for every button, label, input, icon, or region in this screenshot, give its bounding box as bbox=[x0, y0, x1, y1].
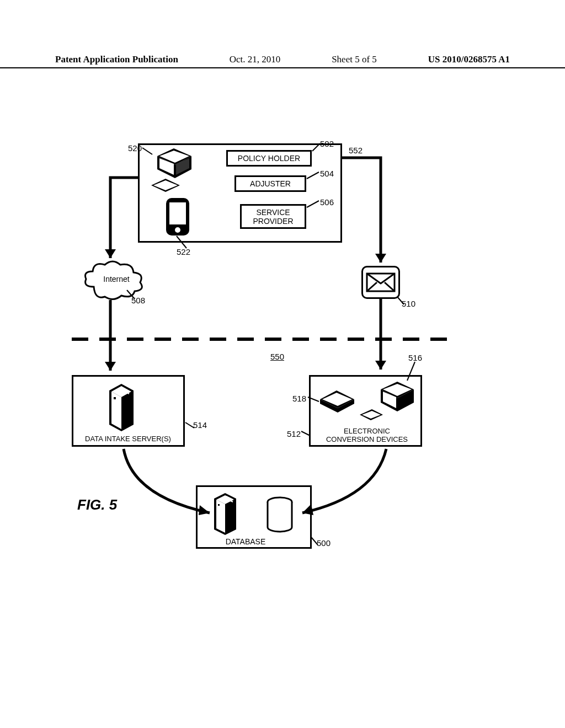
scanner-icon bbox=[318, 388, 356, 413]
leader-506 bbox=[307, 201, 320, 208]
ref-504: 504 bbox=[320, 169, 334, 178]
data-intake-server-label: DATA INTAKE SERVER(S) bbox=[73, 435, 183, 443]
ref-518: 518 bbox=[292, 394, 306, 403]
svg-line-46 bbox=[407, 362, 415, 381]
leader-512 bbox=[301, 431, 311, 438]
envelope-icon bbox=[366, 272, 396, 292]
svg-line-47 bbox=[308, 397, 319, 402]
monitor2-icon bbox=[375, 379, 417, 413]
policy-holder-label: POLICY HOLDER bbox=[238, 154, 300, 163]
figure-diagram: POLICY HOLDER ADJUSTER SERVICE PROVIDER … bbox=[99, 143, 463, 563]
leader-500 bbox=[311, 537, 320, 546]
leader-514 bbox=[185, 422, 195, 430]
conversion-devices-label: ELECTRONIC CONVERSION DEVICES bbox=[315, 427, 419, 443]
ref-520: 520 bbox=[128, 143, 142, 153]
arrow-server-to-db bbox=[121, 447, 221, 518]
service-provider-label: SERVICE PROVIDER bbox=[253, 208, 293, 226]
svg-line-34 bbox=[185, 422, 194, 428]
cylinder-icon bbox=[265, 496, 295, 535]
ref-516: 516 bbox=[408, 353, 422, 362]
arrow-mail-to-conversion bbox=[377, 299, 388, 376]
svg-line-20 bbox=[397, 297, 404, 304]
svg-line-48 bbox=[301, 431, 310, 436]
svg-marker-7 bbox=[153, 180, 178, 190]
svg-marker-45 bbox=[362, 411, 381, 419]
service-provider-box: SERVICE PROVIDER bbox=[240, 204, 306, 229]
mobile-icon bbox=[163, 196, 193, 239]
adjuster-label: ADJUSTER bbox=[250, 179, 291, 188]
ref-552: 552 bbox=[349, 146, 363, 155]
svg-rect-31 bbox=[114, 397, 116, 399]
page: Patent Application Publication Oct. 21, … bbox=[0, 0, 565, 728]
ref-506: 506 bbox=[320, 197, 334, 207]
figure-label: FIG. 5 bbox=[77, 496, 117, 513]
leader-518 bbox=[308, 397, 320, 404]
svg-marker-21 bbox=[105, 249, 116, 258]
leader-522 bbox=[177, 236, 189, 249]
sheet-number: Sheet 5 of 5 bbox=[332, 54, 377, 65]
publication-label: Patent Application Publication bbox=[55, 54, 178, 65]
svg-point-10 bbox=[175, 227, 180, 233]
arrow-users-to-internet bbox=[108, 175, 141, 264]
svg-rect-9 bbox=[169, 202, 186, 224]
internet-label: Internet bbox=[97, 275, 136, 283]
leader-502 bbox=[312, 143, 322, 152]
leader-508 bbox=[127, 290, 137, 300]
document-number: US 2010/0268575 A1 bbox=[428, 54, 510, 65]
svg-line-12 bbox=[177, 236, 186, 248]
leader-516 bbox=[407, 362, 418, 382]
keyboard2-icon bbox=[358, 408, 385, 421]
svg-line-15 bbox=[307, 201, 319, 207]
adjuster-box: ADJUSTER bbox=[234, 175, 306, 192]
monitor-icon bbox=[152, 146, 196, 179]
svg-marker-30 bbox=[111, 392, 121, 429]
dashed-boundary bbox=[72, 336, 458, 342]
svg-line-13 bbox=[312, 143, 320, 151]
svg-line-14 bbox=[307, 172, 319, 179]
arrow-users-to-mail bbox=[342, 156, 386, 266]
svg-marker-25 bbox=[105, 362, 116, 371]
publication-date: Oct. 21, 2010 bbox=[230, 54, 281, 65]
keyboard-icon bbox=[149, 178, 182, 193]
svg-marker-22 bbox=[375, 254, 386, 263]
svg-line-16 bbox=[127, 290, 135, 299]
leader-504 bbox=[307, 172, 320, 180]
svg-marker-27 bbox=[375, 361, 386, 370]
arrow-internet-to-server bbox=[108, 300, 119, 377]
page-header: Patent Application Publication Oct. 21, … bbox=[0, 54, 565, 68]
svg-line-11 bbox=[142, 148, 152, 154]
leader-520 bbox=[142, 148, 153, 156]
server-icon bbox=[105, 381, 138, 430]
policy-holder-box: POLICY HOLDER bbox=[226, 150, 312, 167]
ref-550: 550 bbox=[270, 352, 284, 361]
svg-line-56 bbox=[311, 537, 318, 545]
ref-512: 512 bbox=[287, 429, 301, 438]
leader-510 bbox=[397, 297, 406, 306]
database-label: DATABASE bbox=[215, 537, 276, 546]
arrow-conversion-to-db bbox=[298, 447, 392, 518]
